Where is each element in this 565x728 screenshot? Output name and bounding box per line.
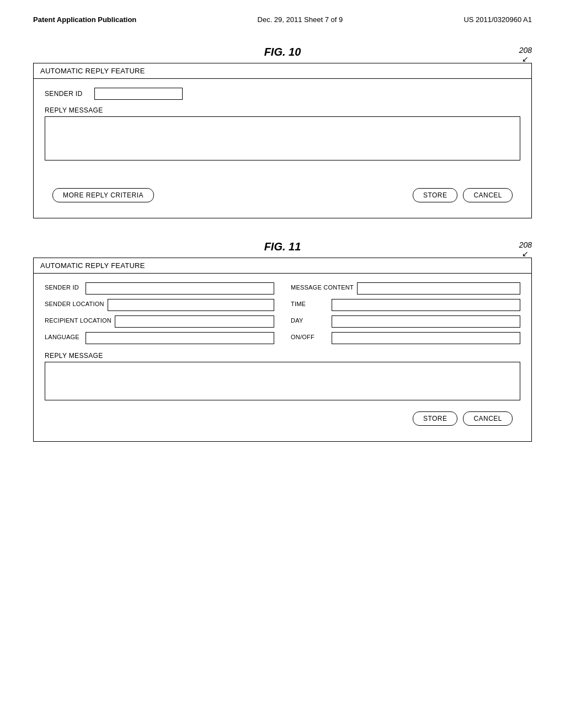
sender-location-input[interactable] [108, 299, 274, 311]
reply-message-label: REPLY MESSAGE [45, 106, 520, 114]
figure-10-arrow: ↙ [522, 55, 529, 63]
sender-location-row: SENDER LOCATION [45, 299, 274, 311]
day-input[interactable] [332, 315, 520, 328]
date-sheet-label: Dec. 29, 2011 Sheet 7 of 9 [258, 15, 343, 24]
figure-10-dialog-header: AUTOMATIC REPLY FEATURE [34, 63, 531, 79]
figure-10-dialog: AUTOMATIC REPLY FEATURE SENDER ID REPLY … [33, 63, 532, 218]
language-input[interactable] [86, 332, 274, 344]
store-button-fig10[interactable]: STORE [413, 188, 458, 202]
sender-id-input[interactable] [94, 88, 183, 100]
reply-message-input-fig11[interactable] [45, 362, 520, 400]
message-content-row: MESSAGE CONTENT [291, 282, 520, 295]
reply-message-label-fig11: REPLY MESSAGE [45, 352, 520, 360]
language-row: LANGUAGE [45, 332, 274, 344]
figure-11-title: FIG. 11 [264, 240, 301, 253]
figure-10-footer: MORE REPLY CRITERIA STORE CANCEL [45, 181, 520, 210]
figure-11-criteria-grid: SENDER ID SENDER LOCATION RECIPIENT LOCA… [45, 282, 520, 344]
figure-11-dialog-title: AUTOMATIC REPLY FEATURE [40, 261, 145, 270]
message-content-label: MESSAGE CONTENT [291, 282, 354, 291]
figure-11-arrow: ↙ [522, 249, 529, 258]
figure-10-footer-left: MORE REPLY CRITERIA [52, 188, 154, 202]
figure-10-dialog-body: SENDER ID REPLY MESSAGE MORE REPLY CRITE… [34, 79, 531, 218]
language-label: LANGUAGE [45, 332, 82, 341]
day-row: DAY [291, 315, 520, 328]
sender-id-label-fig11: SENDER ID [45, 282, 82, 291]
reply-message-section-fig11: REPLY MESSAGE [45, 352, 520, 400]
figure-10-dialog-title: AUTOMATIC REPLY FEATURE [40, 67, 145, 75]
figure-11-ref-number: 208 [519, 240, 532, 249]
sender-id-row-fig11: SENDER ID [45, 282, 274, 295]
sender-id-label: SENDER ID [45, 90, 94, 98]
figure-11-right-column: MESSAGE CONTENT TIME DAY ON/OFF [291, 282, 520, 344]
figure-11-left-column: SENDER ID SENDER LOCATION RECIPIENT LOCA… [45, 282, 274, 344]
figure-10-title-row: FIG. 10 208 ↙ [33, 46, 532, 58]
cancel-button-fig10[interactable]: CANCEL [463, 188, 513, 202]
figure-10-ref-number: 208 [519, 46, 532, 55]
store-button-fig11[interactable]: STORE [413, 411, 458, 426]
figure-11-container: FIG. 11 208 ↙ AUTOMATIC REPLY FEATURE SE… [33, 240, 532, 442]
day-label: DAY [291, 315, 328, 324]
recipient-location-row: RECIPIENT LOCATION [45, 315, 274, 328]
figure-11-dialog-header: AUTOMATIC REPLY FEATURE [34, 258, 531, 274]
figure-11-footer: STORE CANCEL [45, 405, 520, 433]
sender-id-row: SENDER ID [45, 88, 520, 100]
figure-10-title: FIG. 10 [264, 46, 301, 58]
reply-message-section: REPLY MESSAGE [45, 106, 520, 160]
on-off-input[interactable] [332, 332, 520, 344]
on-off-label: ON/OFF [291, 332, 328, 341]
figure-11-dialog-body: SENDER ID SENDER LOCATION RECIPIENT LOCA… [34, 274, 531, 441]
time-label: TIME [291, 299, 328, 308]
reply-message-input[interactable] [45, 116, 520, 160]
patent-number-label: US 2011/0320960 A1 [463, 15, 532, 24]
message-content-input[interactable] [357, 282, 520, 295]
more-reply-criteria-button[interactable]: MORE REPLY CRITERIA [52, 188, 154, 202]
cancel-button-fig11[interactable]: CANCEL [463, 411, 513, 426]
figure-10-container: FIG. 10 208 ↙ AUTOMATIC REPLY FEATURE SE… [33, 46, 532, 218]
recipient-location-label: RECIPIENT LOCATION [45, 315, 111, 324]
figure-11-title-row: FIG. 11 208 ↙ [33, 240, 532, 253]
page-header: Patent Application Publication Dec. 29, … [0, 0, 565, 35]
time-input[interactable] [332, 299, 520, 311]
sender-location-label: SENDER LOCATION [45, 299, 104, 308]
recipient-location-input[interactable] [115, 315, 274, 328]
publication-label: Patent Application Publication [33, 15, 136, 24]
time-row: TIME [291, 299, 520, 311]
figure-11-dialog: AUTOMATIC REPLY FEATURE SENDER ID SENDER… [33, 258, 532, 442]
sender-id-input-fig11[interactable] [86, 282, 274, 295]
on-off-row: ON/OFF [291, 332, 520, 344]
